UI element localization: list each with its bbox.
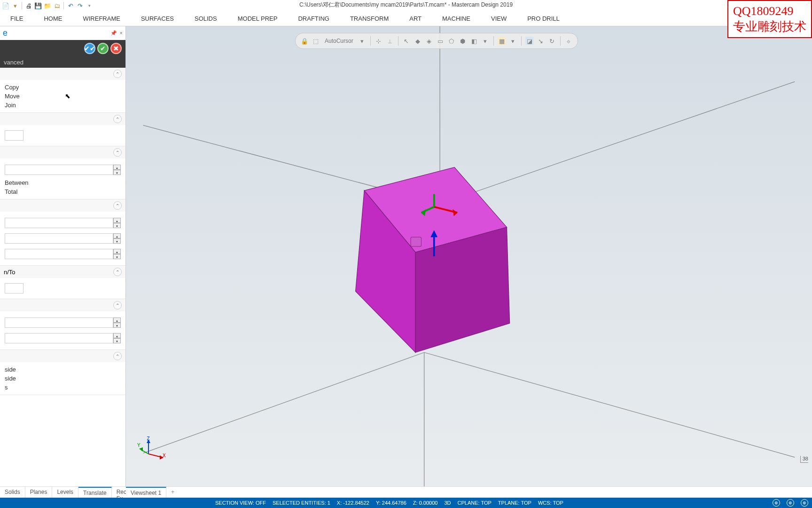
status-selected: SELECTED ENTITIES: 1 (273, 500, 330, 506)
tab-drafting[interactable]: DRAFTING (288, 11, 339, 26)
tab-wireframe[interactable]: WIREFRAME (72, 11, 130, 26)
spin-up-icon[interactable]: ▲ (113, 165, 121, 170)
status-globe1-icon[interactable]: ⊕ (773, 499, 780, 507)
spin-down-icon[interactable]: ▼ (113, 223, 121, 228)
sel-single-icon[interactable]: ◆ (414, 37, 422, 45)
collapse-icon[interactable]: ⌃ (113, 301, 122, 310)
collapse-icon[interactable]: ⌃ (113, 148, 122, 157)
radio-move[interactable]: Move (5, 92, 121, 101)
tab-modelprep[interactable]: MODEL PREP (227, 11, 288, 26)
sel-chain-icon[interactable]: ◈ (425, 37, 433, 45)
sel-verify-icon[interactable]: ◪ (525, 37, 534, 45)
sel-end-icon[interactable]: ↘ (537, 37, 545, 45)
radio-total[interactable]: Total (5, 187, 121, 196)
close-icon[interactable]: × (120, 30, 123, 36)
status-tplane[interactable]: TPLANE: TOP (498, 500, 531, 506)
apply-stay-button[interactable]: ✔✔ (84, 43, 95, 54)
spin-up-icon[interactable]: ▲ (113, 233, 121, 238)
tab-view[interactable]: VIEW (481, 11, 517, 26)
sel-arrow-icon[interactable]: ↖ (402, 37, 411, 45)
collapse-icon[interactable]: ⌃ (113, 352, 122, 360)
qat-more-icon[interactable]: ▾ (86, 2, 93, 9)
sel-expand-icon[interactable]: ⟐ (564, 37, 573, 45)
lock-icon[interactable]: 🔒 (300, 37, 309, 45)
sel-undo-icon[interactable]: ↻ (548, 37, 556, 45)
btab-levels[interactable]: Levels (52, 487, 78, 498)
tab-file[interactable]: FILE (0, 11, 33, 26)
delta-x-input[interactable] (5, 218, 113, 228)
tab-home[interactable]: HOME (33, 11, 72, 26)
spin-up-icon[interactable]: ▲ (113, 318, 121, 323)
radio-copy[interactable]: Copy (5, 83, 121, 92)
chevron-down-icon[interactable]: ▾ (358, 37, 367, 45)
tab-art[interactable]: ART (399, 11, 432, 26)
saveas-icon[interactable]: 📁 (44, 2, 51, 9)
sel-point-icon[interactable]: ⊹ (375, 37, 383, 45)
folder-icon[interactable]: 🗂 (53, 2, 61, 9)
spin-up-icon[interactable]: ▲ (113, 333, 121, 338)
status-cplane[interactable]: CPLANE: TOP (457, 500, 491, 506)
tab-transform[interactable]: TRANSFORM (340, 11, 399, 26)
collapse-icon[interactable]: ⌃ (113, 115, 122, 123)
collapse-icon[interactable]: ⌃ (113, 268, 122, 276)
collapse-icon[interactable]: ⌃ (113, 201, 122, 210)
autocursor-dropdown[interactable]: AutoCursor (323, 38, 355, 44)
polar-angle-input[interactable] (5, 333, 113, 343)
polar-length-input[interactable] (5, 318, 113, 328)
undo-icon[interactable]: ↶ (67, 2, 74, 9)
status-wcs[interactable]: WCS: TOP (538, 500, 563, 506)
section-number: ⌃ (0, 113, 125, 146)
number-input[interactable] (5, 130, 23, 141)
btab-planes[interactable]: Planes (25, 487, 53, 498)
radio-between[interactable]: Between (5, 178, 121, 187)
cancel-button[interactable]: ✖ (110, 43, 122, 54)
tab-prodrill[interactable]: PRO DRILL (517, 11, 570, 26)
btab-translate[interactable]: Translate (78, 487, 112, 498)
btab-solids[interactable]: Solids (0, 487, 25, 498)
add-viewsheet-button[interactable]: + (166, 487, 179, 498)
viewsheet-tab[interactable]: Viewsheet 1 (126, 487, 166, 498)
new-icon[interactable]: 📄 (2, 2, 9, 9)
redo-icon[interactable]: ↷ (76, 2, 84, 9)
distance-input[interactable] (5, 165, 113, 175)
spin-down-icon[interactable]: ▼ (113, 338, 121, 343)
chevron-down-icon[interactable]: ▾ (509, 37, 517, 45)
spin-up-icon[interactable]: ▲ (113, 249, 121, 254)
panel-tab-advanced[interactable]: vanced (0, 57, 125, 68)
tab-solids[interactable]: SOLIDS (184, 11, 227, 26)
tab-machine[interactable]: MACHINE (432, 11, 481, 26)
print-icon[interactable]: 🖨 (25, 2, 32, 9)
sel-window-icon[interactable]: ▭ (436, 37, 445, 45)
ok-button[interactable]: ✔ (97, 43, 109, 54)
cursor-mode-icon[interactable]: ⬚ (312, 37, 320, 45)
sel-axis-icon[interactable]: ⟂ (386, 37, 394, 45)
sel-solid-icon[interactable]: ◧ (470, 37, 478, 45)
radio-side2[interactable]: side (5, 374, 121, 383)
delta-z-input[interactable] (5, 249, 113, 259)
status-globe3-icon[interactable]: ⊕ (801, 499, 808, 507)
spin-down-icon[interactable]: ▼ (113, 254, 121, 259)
status-section-view[interactable]: SECTION VIEW: OFF (215, 500, 266, 506)
pin-icon[interactable]: 📌 (110, 30, 117, 36)
radio-join[interactable]: Join (5, 101, 121, 110)
sel-poly-icon[interactable]: ⬠ (447, 37, 456, 45)
delta-y-input[interactable] (5, 233, 113, 244)
sel-all-icon[interactable]: ▦ (498, 37, 506, 45)
chevron-down-icon[interactable]: ▾ (481, 37, 490, 45)
sel-vector-icon[interactable]: ⬢ (459, 37, 467, 45)
spin-down-icon[interactable]: ▼ (113, 323, 121, 328)
tab-surfaces[interactable]: SURFACES (131, 11, 184, 26)
save-icon[interactable]: 💾 (34, 2, 42, 9)
radio-side1[interactable]: side (5, 365, 121, 374)
collapse-icon[interactable]: ⌃ (113, 70, 122, 78)
radio-both[interactable]: s (5, 383, 121, 392)
spin-down-icon[interactable]: ▼ (113, 170, 121, 175)
side-panel: e 📌 × ✔✔ ✔ ✖ vanced ⌃ Copy Move Join ⌃ (0, 26, 126, 486)
fromto-input[interactable] (5, 283, 23, 294)
viewport-3d[interactable]: 🔒 ⬚ AutoCursor ▾ ⊹ ⟂ ↖ ◆ ◈ ▭ ⬠ ⬢ ◧ ▾ ▦ ▾… (126, 26, 812, 486)
open-dropdown-icon[interactable]: ▾ (11, 2, 19, 9)
status-mode[interactable]: 3D (444, 500, 451, 506)
spin-up-icon[interactable]: ▲ (113, 218, 121, 223)
spin-down-icon[interactable]: ▼ (113, 238, 121, 244)
status-globe2-icon[interactable]: ⊕ (787, 499, 794, 507)
